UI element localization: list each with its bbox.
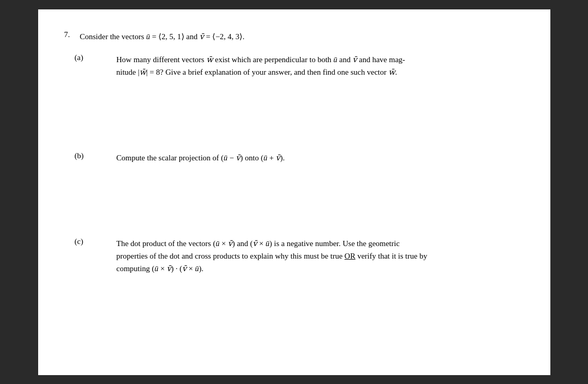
v-c-ref1: v̄	[228, 239, 232, 248]
or-underline: OR	[344, 252, 355, 260]
v-vector-intro: v̄	[200, 32, 204, 41]
v-c-ref3: v̄	[167, 264, 171, 273]
part-a: (a) How many different vectors w̄ exist …	[75, 53, 524, 78]
problem-intro-line: Consider the vectors ū = ⟨2, 5, 1⟩ and v…	[80, 30, 245, 43]
problem-header: 7. Consider the vectors ū = ⟨2, 5, 1⟩ an…	[64, 30, 524, 43]
w-vector-ref2: w̄	[140, 68, 146, 76]
part-b: (b) Compute the scalar projection of (ū …	[75, 152, 524, 164]
u-c-ref4: ū	[195, 264, 199, 273]
u-b-ref: ū	[224, 154, 228, 162]
part-a-text: How many different vectors w̄ exist whic…	[117, 53, 524, 78]
u-vector-intro: ū	[146, 32, 151, 41]
connector-and: and	[186, 32, 198, 41]
v-b-ref1: v̄	[236, 154, 240, 162]
v-vector-ref1: v̄	[353, 55, 357, 64]
w-vector-ref1: w̄	[206, 55, 213, 64]
page: 7. Consider the vectors ū = ⟨2, 5, 1⟩ an…	[38, 9, 550, 375]
v-b-ref2: v̄	[275, 154, 280, 162]
u-b-ref2: ū	[263, 154, 268, 162]
v-c-ref4: v̄	[182, 264, 187, 273]
part-a-label: (a)	[75, 53, 117, 62]
v-c-ref2: v̄	[253, 239, 257, 248]
part-c: (c) The dot product of the vectors (ū × …	[75, 237, 524, 275]
u-c-ref3: ū	[154, 264, 158, 273]
part-c-text: The dot product of the vectors (ū × v̄) …	[117, 237, 524, 275]
u-c-ref1: ū	[215, 239, 220, 248]
problem-number: 7.	[64, 30, 80, 39]
part-b-label: (b)	[75, 152, 117, 160]
part-b-text: Compute the scalar projection of (ū − v̄…	[117, 152, 524, 164]
w-vector-ref3: w̄	[388, 68, 395, 76]
part-c-label: (c)	[75, 237, 117, 246]
u-c-ref2: ū	[266, 239, 270, 248]
u-vector-ref1: ū	[333, 55, 338, 64]
problem-content: (a) How many different vectors w̄ exist …	[75, 53, 524, 275]
